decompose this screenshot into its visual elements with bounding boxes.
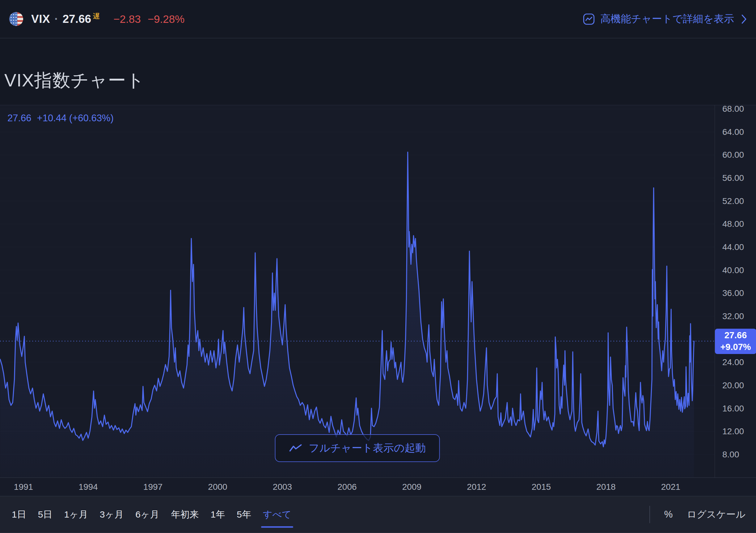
y-axis-label: 12.00: [722, 426, 744, 436]
range-buttons: 1日 5日 1ヶ月 3ヶ月 6ヶ月 年初来 1年 5年 すべて: [11, 496, 293, 533]
symbol-price-group: VIX · 27.66 遅: [31, 13, 100, 26]
y-axis-label: 44.00: [722, 242, 744, 252]
range-1d[interactable]: 1日: [11, 496, 28, 533]
y-axis-label: 60.00: [722, 150, 744, 160]
page-title: VIX指数チャート: [4, 68, 145, 92]
x-axis-label: 2012: [467, 482, 486, 492]
legend-price: 27.66: [8, 113, 32, 124]
x-axis-label: 2015: [532, 482, 551, 492]
chart-plot-area[interactable]: 27.66 +10.44 (+60.63%) フルチャート表示の起動: [0, 105, 715, 477]
y-axis-label: 48.00: [722, 219, 744, 229]
y-axis-label: 24.00: [722, 357, 744, 367]
series-line: [0, 152, 694, 447]
x-axis-label: 1997: [143, 482, 163, 492]
x-axis-label: 1991: [14, 482, 33, 492]
y-axis-label: 16.00: [722, 404, 744, 414]
vix-chart-widget: VIX · 27.66 遅 −2.83 −9.28% 高機能チャートで詳細を表示…: [0, 0, 756, 533]
delayed-badge: 遅: [93, 12, 100, 21]
y-axis-label: 8.00: [722, 450, 739, 460]
price-tag-value: 27.66: [724, 330, 747, 341]
x-axis-label: 2000: [208, 482, 227, 492]
y-axis-label: 68.00: [722, 104, 744, 114]
x-axis-label: 2009: [402, 482, 421, 492]
chevron-right-icon: [742, 14, 747, 24]
y-axis-label: 20.00: [722, 381, 744, 391]
pulse-line-icon: [289, 444, 302, 453]
range-6m[interactable]: 6ヶ月: [134, 496, 160, 533]
price-change: −2.83: [113, 13, 141, 25]
separator-dot: ·: [54, 13, 58, 26]
range-5y[interactable]: 5年: [235, 496, 253, 533]
y-axis-label: 52.00: [722, 196, 744, 206]
range-3m[interactable]: 3ヶ月: [98, 496, 125, 533]
vix-line-chart: [0, 105, 715, 477]
x-axis-label: 2003: [273, 482, 292, 492]
y-axis-label: 64.00: [722, 127, 744, 137]
price-change-percent: −9.28%: [148, 13, 185, 25]
scale-controls: % ログスケール: [649, 506, 745, 523]
y-axis-label: 36.00: [722, 288, 744, 298]
x-axis-label: 2006: [338, 482, 357, 492]
launch-full-chart-button[interactable]: フルチャート表示の起動: [275, 434, 440, 462]
time-axis: 1991199419972000200320062009201220152018…: [0, 477, 756, 496]
price-change-group: −2.83 −9.28%: [113, 13, 184, 25]
range-toolbar: 1日 5日 1ヶ月 3ヶ月 6ヶ月 年初来 1年 5年 すべて % ログスケール: [0, 496, 756, 533]
current-price: 27.66: [63, 13, 91, 26]
percent-scale-toggle[interactable]: %: [664, 509, 673, 520]
title-section: VIX指数チャート: [0, 38, 756, 105]
legend-change: +10.44 (+60.63%): [37, 113, 114, 124]
price-tag-percent: +9.07%: [720, 341, 751, 353]
y-axis-label: 32.00: [722, 311, 744, 321]
log-scale-toggle[interactable]: ログスケール: [687, 508, 745, 521]
range-ytd[interactable]: 年初来: [170, 496, 200, 533]
x-axis-label: 2018: [596, 482, 615, 492]
chart-pulse-icon: [582, 13, 595, 26]
range-all[interactable]: すべて: [262, 496, 293, 533]
toolbar-divider: [649, 506, 650, 523]
chart-container: 27.66 +10.44 (+60.63%) フルチャート表示の起動 27.66…: [0, 105, 756, 477]
advanced-chart-link[interactable]: 高機能チャートで詳細を表示: [582, 12, 747, 26]
symbol-name: VIX: [31, 13, 50, 26]
y-axis-label: 40.00: [722, 266, 744, 275]
chart-legend: 27.66 +10.44 (+60.63%): [8, 113, 114, 124]
range-1m[interactable]: 1ヶ月: [63, 496, 89, 533]
range-1y[interactable]: 1年: [209, 496, 227, 533]
advanced-chart-link-label: 高機能チャートで詳細を表示: [600, 12, 734, 26]
price-axis: 27.66 +9.07% 68.0064.0060.0056.0052.0048…: [715, 105, 756, 477]
us-flag-icon: [9, 12, 23, 26]
x-axis-label: 2021: [661, 482, 680, 492]
current-price-tag: 27.66 +9.07%: [715, 329, 756, 354]
launch-full-chart-label: フルチャート表示の起動: [309, 441, 426, 455]
x-axis-label: 1994: [78, 482, 98, 492]
y-axis-label: 56.00: [722, 173, 744, 183]
header-bar: VIX · 27.66 遅 −2.83 −9.28% 高機能チャートで詳細を表示: [0, 0, 756, 38]
range-5d[interactable]: 5日: [37, 496, 54, 533]
